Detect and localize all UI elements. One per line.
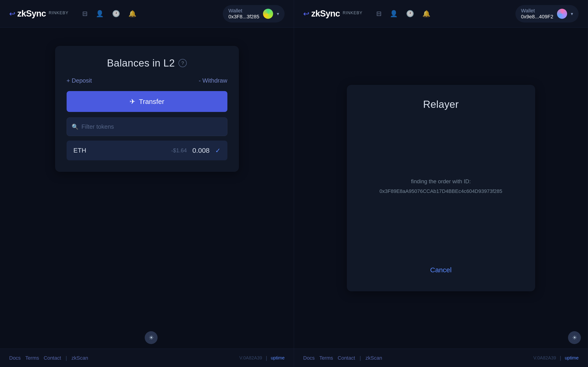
withdraw-link[interactable]: - Withdraw [199,77,227,84]
logo-arrow-icon: ↩ [9,9,15,18]
left-nav-icons: ⊟ 👤 🕐 🔔 [82,10,214,17]
right-wallet-area[interactable]: Wallet 0x9e8...409F2 ▾ [515,5,579,23]
right-footer: Docs Terms Contact | zkScan V.0A82A39 | … [294,349,588,367]
right-network-badge: RINKEBY [343,10,363,15]
bell-nav-icon[interactable]: 🔔 [128,10,137,17]
right-uptime[interactable]: uptime [565,355,579,361]
left-wallet-chevron: ▾ [277,11,279,17]
left-panel: ↩ zkSync RINKEBY ⊟ 👤 🕐 🔔 Wallet 0x3F8...… [0,0,294,367]
left-wallet-label: Wallet [228,8,259,14]
deposit-link[interactable]: + Deposit [67,77,92,84]
balances-title: Balances in L2 [107,57,175,69]
relayer-body: finding the order with ID: 0x3F89E8aA950… [380,178,502,194]
right-bell-nav-icon[interactable]: 🔔 [422,10,431,17]
left-zkscan-link[interactable]: zkScan [72,355,88,361]
right-wallet-label: Wallet [521,8,553,14]
left-docs-link[interactable]: Docs [9,355,21,361]
help-icon[interactable]: ? [179,59,187,67]
left-navbar: ↩ zkSync RINKEBY ⊟ 👤 🕐 🔔 Wallet 0x3F8...… [0,0,294,27]
right-zkscan-link[interactable]: zkScan [366,355,382,361]
cancel-button[interactable]: Cancel [421,262,461,277]
left-wallet-area[interactable]: Wallet 0x3F8...3f285 ▾ [223,5,285,23]
left-logo: ↩ zkSync RINKEBY [9,9,69,19]
left-logo-text: zkSync [17,9,46,19]
right-wallet-address: 0x9e8...409F2 [521,14,553,20]
left-main-content: Balances in L2 ? + Deposit - Withdraw ✈ … [0,27,294,349]
right-wallet-avatar [557,9,567,19]
token-name: ETH [73,147,86,154]
right-wallet-nav-icon[interactable]: ⊟ [376,10,381,17]
left-footer-version-divider: | [266,355,267,361]
balances-header: Balances in L2 ? [67,57,227,69]
left-footer-right: V.0A82A39 | uptime [239,355,285,361]
right-contacts-nav-icon[interactable]: 👤 [390,10,398,17]
right-terms-link[interactable]: Terms [319,355,333,361]
right-version: V.0A82A39 [533,355,556,361]
left-footer-links: Docs Terms Contact | zkScan [9,355,88,361]
right-logo-arrow-icon: ↩ [303,9,309,18]
order-id-text: 0x3F89E8aA95076CCAb17D4BBEc4c604D93973f2… [380,188,502,194]
left-contact-link[interactable]: Contact [44,355,61,361]
right-theme-toggle[interactable]: ☀ [568,331,581,344]
token-price: -$1.64 [171,147,187,154]
balances-card: Balances in L2 ? + Deposit - Withdraw ✈ … [55,46,239,172]
relayer-card: Relayer finding the order with ID: 0x3F8… [347,85,535,291]
left-wallet-avatar [263,9,273,19]
token-check-icon: ✓ [215,147,221,154]
left-uptime[interactable]: uptime [271,355,285,361]
right-nav-icons: ⊟ 👤 🕐 🔔 [376,10,506,17]
token-right: -$1.64 0.008 ✓ [171,147,220,154]
right-wallet-chevron: ▾ [571,11,573,17]
filter-input-wrap: 🔍 [67,117,227,136]
relayer-title: Relayer [423,99,459,110]
right-history-nav-icon[interactable]: 🕐 [406,10,414,17]
transfer-button[interactable]: ✈ Transfer [67,91,227,112]
token-amount: 0.008 [192,147,209,154]
history-nav-icon[interactable]: 🕐 [112,10,120,17]
eth-token-row[interactable]: ETH -$1.64 0.008 ✓ [67,141,227,160]
right-footer-divider: | [360,355,361,361]
left-wallet-address: 0x3F8...3f285 [228,14,259,20]
right-logo: ↩ zkSync RINKEBY [303,9,363,19]
right-contact-link[interactable]: Contact [338,355,355,361]
transfer-label: Transfer [139,98,164,106]
contacts-nav-icon[interactable]: 👤 [96,10,104,17]
relayer-content: Relayer finding the order with ID: 0x3F8… [294,27,588,349]
right-footer-right: V.0A82A39 | uptime [533,355,579,361]
left-footer-divider: | [66,355,67,361]
left-version: V.0A82A39 [239,355,262,361]
left-footer: Docs Terms Contact | zkScan V.0A82A39 | … [0,349,294,367]
transfer-icon: ✈ [130,98,135,106]
right-footer-version-divider: | [560,355,561,361]
right-logo-text: zkSync [311,9,340,19]
left-theme-toggle[interactable]: ☀ [145,331,157,344]
action-links: + Deposit - Withdraw [67,77,227,84]
right-docs-link[interactable]: Docs [303,355,315,361]
finding-text: finding the order with ID: [411,178,471,185]
filter-input[interactable] [67,117,227,136]
left-terms-link[interactable]: Terms [25,355,39,361]
search-icon: 🔍 [72,124,78,130]
wallet-nav-icon[interactable]: ⊟ [82,10,87,17]
left-network-badge: RINKEBY [49,10,69,15]
right-footer-links: Docs Terms Contact | zkScan [303,355,382,361]
right-panel: ↩ zkSync RINKEBY ⊟ 👤 🕐 🔔 Wallet 0x9e8...… [294,0,588,367]
right-navbar: ↩ zkSync RINKEBY ⊟ 👤 🕐 🔔 Wallet 0x9e8...… [294,0,588,27]
